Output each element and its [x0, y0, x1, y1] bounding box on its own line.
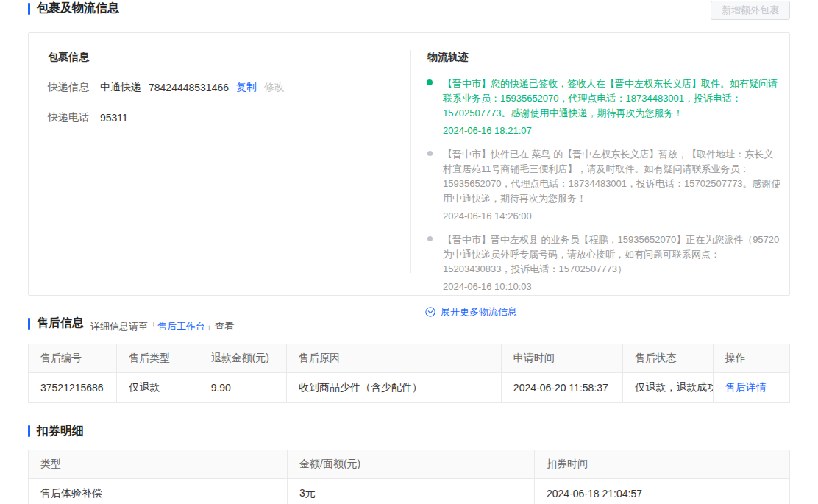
- coupon-table-row: 售后体验补偿 3元 2024-06-18 21:04:57: [29, 478, 790, 504]
- col-aftersale-reason: 售后原因: [287, 344, 502, 372]
- col-aftersale-status: 售后状态: [623, 344, 713, 372]
- cell-aftersale-status: 仅退款，退款成功: [623, 372, 713, 402]
- package-section-title: 包裹及物流信息: [37, 1, 119, 16]
- timeline-event-time: 2024-06-16 10:10:03: [443, 281, 782, 292]
- col-coupon-amount: 金额/面额(元): [288, 450, 535, 478]
- cell-action: 售后详情: [713, 372, 789, 402]
- package-info-title: 包裹信息: [48, 51, 410, 64]
- expand-more-logistics-link[interactable]: 展开更多物流信息: [427, 305, 782, 319]
- timeline-event-time: 2024-06-16 18:21:07: [443, 125, 782, 136]
- coupon-table: 类型 金额/面额(元) 扣券时间 售后体验补偿 3元 2024-06-18 21…: [28, 450, 790, 504]
- timeline-event-stored: 【晋中市】快件已在 菜鸟 的【晋中左权东长义店】暂放，【取件地址：东长义村宜居苑…: [427, 147, 782, 221]
- col-refund-amount: 退款金额(元): [199, 344, 286, 372]
- cell-apply-time: 2024-06-20 11:58:37: [501, 372, 622, 402]
- section-accent-bar: [28, 3, 30, 15]
- subtitle-suffix: 」查看: [205, 321, 234, 332]
- package-section-header: 包裹及物流信息 新增额外包裹: [28, 0, 790, 20]
- chevron-down-circle-icon: [425, 307, 435, 317]
- col-aftersale-no: 售后编号: [29, 344, 117, 372]
- timeline-dot: [427, 236, 433, 241]
- aftersales-section-title: 售后信息: [37, 316, 84, 331]
- col-coupon-time: 扣券时间: [534, 450, 789, 478]
- timeline-dot: [427, 151, 433, 156]
- logistics-timeline: 【晋中市】您的快递已签收，签收人在【晋中左权东长义店】取件。如有疑问请联系业务员…: [427, 77, 782, 320]
- cell-coupon-type: 售后体验补偿: [29, 478, 288, 504]
- coupon-table-header-row: 类型 金额/面额(元) 扣券时间: [29, 450, 790, 478]
- package-info-column: 包裹信息 快递信息 中通快递 78424448531466 复制 修改 快递电话…: [29, 33, 410, 295]
- timeline-event-text: 【晋中市】快件已在 菜鸟 的【晋中左权东长义店】暂放，【取件地址：东长义村宜居苑…: [443, 147, 782, 206]
- cell-coupon-time: 2024-06-18 21:04:57: [534, 478, 789, 504]
- express-phone-value: 95311: [100, 112, 128, 124]
- package-section-title-wrap: 包裹及物流信息: [28, 1, 119, 16]
- order-detail-page: 包裹及物流信息 新增额外包裹 包裹信息 快递信息 中通快递 7842444853…: [0, 0, 818, 504]
- timeline-event-text: 【晋中市】晋中左权县 的业务员【程鹏，15935652070】正在为您派件（95…: [443, 233, 782, 277]
- aftersales-title-wrap: 售后信息: [28, 316, 84, 331]
- logistics-track-column: 物流轨迹 【晋中市】您的快递已签收，签收人在【晋中左权东长义店】取件。如有疑问请…: [410, 50, 789, 273]
- cell-coupon-amount: 3元: [288, 478, 535, 504]
- tracking-number: 78424448531466: [149, 82, 229, 93]
- modify-tracking-link[interactable]: 修改: [264, 81, 285, 94]
- timeline-event-time: 2024-06-16 14:26:00: [443, 210, 782, 221]
- copy-tracking-link[interactable]: 复制: [236, 81, 257, 94]
- express-phone-label: 快递电话: [48, 111, 89, 124]
- col-coupon-type: 类型: [29, 450, 288, 478]
- express-info-label: 快递信息: [48, 81, 89, 94]
- col-apply-time: 申请时间: [501, 344, 622, 372]
- coupon-section-header: 扣券明细: [28, 424, 790, 439]
- aftersales-table-row: 37521215686 仅退款 9.90 收到商品少件（含少配件） 2024-0…: [29, 372, 790, 402]
- cell-aftersale-type: 仅退款: [117, 372, 199, 402]
- timeline-event-text: 【晋中市】您的快递已签收，签收人在【晋中左权东长义店】取件。如有疑问请联系业务员…: [443, 77, 782, 121]
- expand-more-logistics-label: 展开更多物流信息: [441, 305, 517, 319]
- col-action: 操作: [713, 344, 789, 372]
- package-logistics-card: 包裹信息 快递信息 中通快递 78424448531466 复制 修改 快递电话…: [28, 32, 790, 296]
- aftersales-table: 售后编号 售后类型 退款金额(元) 售后原因 申请时间 售后状态 操作 3752…: [28, 344, 790, 403]
- express-info-row: 快递信息 中通快递 78424448531466 复制 修改: [48, 81, 410, 94]
- aftersales-workbench-link[interactable]: 售后工作台: [157, 321, 205, 332]
- timeline-event-delivering: 【晋中市】晋中左权县 的业务员【程鹏，15935652070】正在为您派件（95…: [427, 233, 782, 292]
- subtitle-prefix: 详细信息请至「: [90, 321, 157, 332]
- section-accent-bar: [28, 318, 30, 330]
- cell-refund-amount: 9.90: [199, 372, 286, 402]
- logistics-track-title: 物流轨迹: [427, 51, 782, 64]
- aftersales-subtitle: 详细信息请至「售后工作台」查看: [90, 320, 234, 333]
- cell-aftersale-reason: 收到商品少件（含少配件）: [287, 372, 502, 402]
- add-extra-package-button[interactable]: 新增额外包裹: [711, 1, 790, 20]
- express-phone-row: 快递电话 95311: [48, 111, 410, 124]
- col-aftersale-type: 售后类型: [117, 344, 199, 372]
- aftersale-detail-link[interactable]: 售后详情: [725, 381, 767, 393]
- aftersales-table-header-row: 售后编号 售后类型 退款金额(元) 售后原因 申请时间 售后状态 操作: [29, 344, 790, 372]
- express-carrier: 中通快递: [100, 81, 141, 94]
- coupon-section-title: 扣券明细: [37, 424, 84, 439]
- cell-aftersale-no: 37521215686: [29, 372, 117, 402]
- timeline-dot-active: [427, 79, 433, 85]
- timeline-event-signed: 【晋中市】您的快递已签收，签收人在【晋中左权东长义店】取件。如有疑问请联系业务员…: [427, 77, 782, 136]
- section-accent-bar: [28, 425, 30, 437]
